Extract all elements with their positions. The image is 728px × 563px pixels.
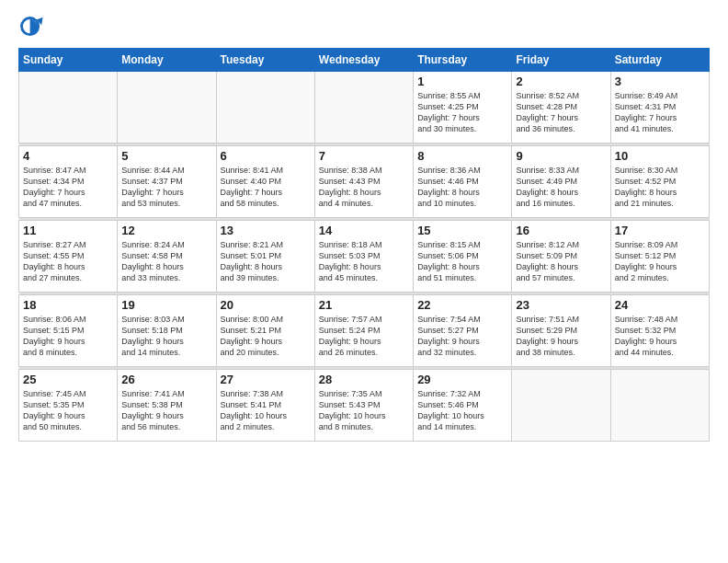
- calendar-cell: 12Sunrise: 8:24 AM Sunset: 4:58 PM Dayli…: [118, 221, 216, 293]
- calendar-week-5: 25Sunrise: 7:45 AM Sunset: 5:35 PM Dayli…: [19, 370, 710, 442]
- day-info: Sunrise: 8:44 AM Sunset: 4:37 PM Dayligh…: [121, 165, 211, 210]
- calendar-cell: 6Sunrise: 8:41 AM Sunset: 4:40 PM Daylig…: [216, 146, 314, 218]
- calendar-cell: 26Sunrise: 7:41 AM Sunset: 5:38 PM Dayli…: [118, 370, 216, 442]
- day-info: Sunrise: 7:32 AM Sunset: 5:46 PM Dayligh…: [417, 388, 507, 433]
- calendar-week-2: 4Sunrise: 8:47 AM Sunset: 4:34 PM Daylig…: [19, 146, 710, 218]
- calendar-cell: 1Sunrise: 8:55 AM Sunset: 4:25 PM Daylig…: [414, 72, 512, 144]
- day-info: Sunrise: 8:09 AM Sunset: 5:12 PM Dayligh…: [615, 239, 705, 284]
- day-number: 20: [221, 298, 311, 312]
- day-number: 9: [516, 149, 606, 163]
- day-number: 25: [23, 373, 113, 386]
- day-info: Sunrise: 8:36 AM Sunset: 4:46 PM Dayligh…: [417, 165, 507, 210]
- calendar-cell: [610, 370, 709, 442]
- page-header: [18, 15, 710, 40]
- day-info: Sunrise: 8:24 AM Sunset: 4:58 PM Dayligh…: [121, 239, 211, 284]
- calendar-cell: 3Sunrise: 8:49 AM Sunset: 4:31 PM Daylig…: [610, 72, 709, 144]
- day-info: Sunrise: 8:38 AM Sunset: 4:43 PM Dayligh…: [319, 165, 409, 210]
- day-number: 21: [319, 298, 409, 312]
- calendar-table: SundayMondayTuesdayWednesdayThursdayFrid…: [18, 48, 710, 442]
- day-number: 8: [417, 149, 507, 163]
- day-number: 24: [615, 298, 705, 312]
- calendar-header-wednesday: Wednesday: [314, 49, 413, 72]
- day-number: 5: [121, 149, 211, 163]
- calendar-cell: 14Sunrise: 8:18 AM Sunset: 5:03 PM Dayli…: [314, 221, 413, 293]
- calendar-header-monday: Monday: [118, 49, 216, 72]
- calendar-cell: [512, 370, 610, 442]
- logo: [18, 15, 48, 40]
- day-number: 1: [417, 75, 507, 88]
- day-number: 16: [516, 224, 606, 237]
- calendar-cell: 28Sunrise: 7:35 AM Sunset: 5:43 PM Dayli…: [314, 370, 413, 442]
- calendar-header-saturday: Saturday: [610, 49, 709, 72]
- day-number: 2: [516, 75, 606, 88]
- day-number: 4: [23, 149, 113, 163]
- calendar-header-thursday: Thursday: [414, 49, 512, 72]
- day-info: Sunrise: 8:21 AM Sunset: 5:01 PM Dayligh…: [221, 239, 311, 284]
- calendar-header-sunday: Sunday: [19, 49, 118, 72]
- day-number: 14: [319, 224, 409, 237]
- day-info: Sunrise: 7:38 AM Sunset: 5:41 PM Dayligh…: [221, 388, 311, 433]
- calendar-cell: 13Sunrise: 8:21 AM Sunset: 5:01 PM Dayli…: [216, 221, 314, 293]
- calendar-header-friday: Friday: [512, 49, 610, 72]
- calendar-cell: 5Sunrise: 8:44 AM Sunset: 4:37 PM Daylig…: [118, 146, 216, 218]
- day-info: Sunrise: 8:15 AM Sunset: 5:06 PM Dayligh…: [417, 239, 507, 284]
- day-number: 3: [615, 75, 705, 88]
- calendar-cell: 15Sunrise: 8:15 AM Sunset: 5:06 PM Dayli…: [414, 221, 512, 293]
- day-number: 28: [319, 373, 409, 386]
- day-number: 13: [221, 224, 311, 237]
- day-info: Sunrise: 8:49 AM Sunset: 4:31 PM Dayligh…: [615, 90, 705, 135]
- calendar-cell: 9Sunrise: 8:33 AM Sunset: 4:49 PM Daylig…: [512, 146, 610, 218]
- calendar-cell: 24Sunrise: 7:48 AM Sunset: 5:32 PM Dayli…: [610, 295, 709, 367]
- calendar-cell: [314, 72, 413, 144]
- day-number: 6: [221, 149, 311, 163]
- calendar-cell: 22Sunrise: 7:54 AM Sunset: 5:27 PM Dayli…: [414, 295, 512, 367]
- day-info: Sunrise: 8:18 AM Sunset: 5:03 PM Dayligh…: [319, 239, 409, 284]
- calendar-cell: 4Sunrise: 8:47 AM Sunset: 4:34 PM Daylig…: [19, 146, 118, 218]
- calendar-week-1: 1Sunrise: 8:55 AM Sunset: 4:25 PM Daylig…: [19, 72, 710, 144]
- calendar-cell: 18Sunrise: 8:06 AM Sunset: 5:15 PM Dayli…: [19, 295, 118, 367]
- calendar-cell: 17Sunrise: 8:09 AM Sunset: 5:12 PM Dayli…: [610, 221, 709, 293]
- calendar-cell: 25Sunrise: 7:45 AM Sunset: 5:35 PM Dayli…: [19, 370, 118, 442]
- calendar-cell: 7Sunrise: 8:38 AM Sunset: 4:43 PM Daylig…: [314, 146, 413, 218]
- day-number: 19: [121, 298, 211, 312]
- calendar-cell: [216, 72, 314, 144]
- day-number: 7: [319, 149, 409, 163]
- calendar-cell: 27Sunrise: 7:38 AM Sunset: 5:41 PM Dayli…: [216, 370, 314, 442]
- day-number: 15: [417, 224, 507, 237]
- calendar-cell: 29Sunrise: 7:32 AM Sunset: 5:46 PM Dayli…: [414, 370, 512, 442]
- calendar-cell: 10Sunrise: 8:30 AM Sunset: 4:52 PM Dayli…: [610, 146, 709, 218]
- day-info: Sunrise: 7:41 AM Sunset: 5:38 PM Dayligh…: [121, 388, 211, 433]
- day-info: Sunrise: 7:45 AM Sunset: 5:35 PM Dayligh…: [23, 388, 113, 433]
- day-info: Sunrise: 7:54 AM Sunset: 5:27 PM Dayligh…: [417, 314, 507, 359]
- day-info: Sunrise: 8:33 AM Sunset: 4:49 PM Dayligh…: [516, 165, 606, 210]
- calendar-cell: 11Sunrise: 8:27 AM Sunset: 4:55 PM Dayli…: [19, 221, 118, 293]
- day-info: Sunrise: 8:55 AM Sunset: 4:25 PM Dayligh…: [417, 90, 507, 135]
- calendar-cell: 20Sunrise: 8:00 AM Sunset: 5:21 PM Dayli…: [216, 295, 314, 367]
- day-info: Sunrise: 8:41 AM Sunset: 4:40 PM Dayligh…: [221, 165, 311, 210]
- day-info: Sunrise: 8:03 AM Sunset: 5:18 PM Dayligh…: [121, 314, 211, 359]
- day-info: Sunrise: 8:06 AM Sunset: 5:15 PM Dayligh…: [23, 314, 113, 359]
- calendar-cell: [118, 72, 216, 144]
- calendar-week-3: 11Sunrise: 8:27 AM Sunset: 4:55 PM Dayli…: [19, 221, 710, 293]
- day-info: Sunrise: 8:12 AM Sunset: 5:09 PM Dayligh…: [516, 239, 606, 284]
- calendar-cell: 21Sunrise: 7:57 AM Sunset: 5:24 PM Dayli…: [314, 295, 413, 367]
- calendar-cell: 19Sunrise: 8:03 AM Sunset: 5:18 PM Dayli…: [118, 295, 216, 367]
- logo-icon: [18, 15, 44, 40]
- calendar-cell: 8Sunrise: 8:36 AM Sunset: 4:46 PM Daylig…: [414, 146, 512, 218]
- day-number: 18: [23, 298, 113, 312]
- day-info: Sunrise: 7:35 AM Sunset: 5:43 PM Dayligh…: [319, 388, 409, 433]
- day-info: Sunrise: 8:30 AM Sunset: 4:52 PM Dayligh…: [615, 165, 705, 210]
- calendar-week-4: 18Sunrise: 8:06 AM Sunset: 5:15 PM Dayli…: [19, 295, 710, 367]
- day-info: Sunrise: 7:57 AM Sunset: 5:24 PM Dayligh…: [319, 314, 409, 359]
- calendar-cell: [19, 72, 118, 144]
- calendar-header-row: SundayMondayTuesdayWednesdayThursdayFrid…: [19, 49, 710, 72]
- day-number: 27: [221, 373, 311, 386]
- calendar-cell: 16Sunrise: 8:12 AM Sunset: 5:09 PM Dayli…: [512, 221, 610, 293]
- day-number: 29: [417, 373, 507, 386]
- day-number: 12: [121, 224, 211, 237]
- day-number: 11: [23, 224, 113, 237]
- day-number: 10: [615, 149, 705, 163]
- day-info: Sunrise: 7:51 AM Sunset: 5:29 PM Dayligh…: [516, 314, 606, 359]
- day-number: 26: [121, 373, 211, 386]
- day-info: Sunrise: 8:47 AM Sunset: 4:34 PM Dayligh…: [23, 165, 113, 210]
